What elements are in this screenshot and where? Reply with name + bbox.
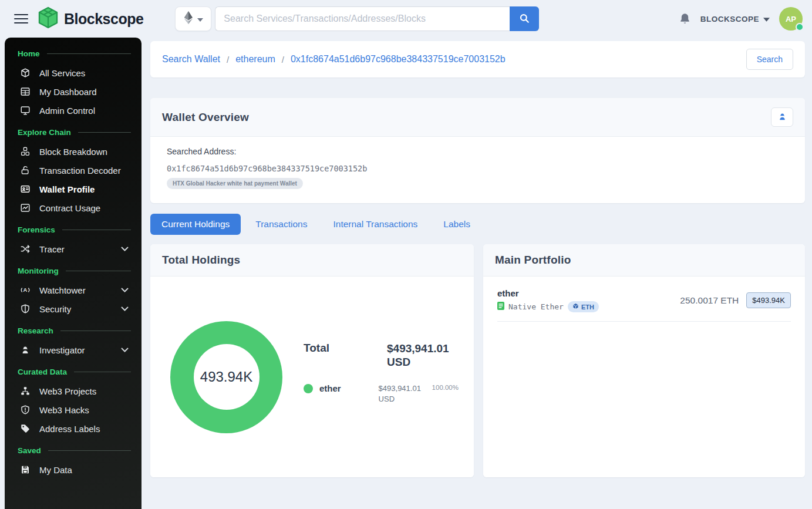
total-holdings-title: Total Holdings bbox=[162, 254, 240, 267]
sidebar-item-address-labels[interactable]: Address Labels bbox=[18, 419, 131, 438]
main-portfolio-header: Main Portfolio bbox=[483, 244, 805, 277]
chevron-down-icon bbox=[121, 306, 129, 311]
legend-color-dot bbox=[304, 384, 313, 393]
search-input[interactable] bbox=[215, 6, 510, 31]
sidebar-section-home: Home bbox=[18, 49, 131, 58]
monitor-icon bbox=[19, 105, 31, 116]
sidebar-item-investigator[interactable]: Investigator bbox=[18, 341, 131, 359]
tab-transactions[interactable]: Transactions bbox=[244, 214, 318, 235]
wallet-overview-body: Searched Address: 0x1fc8674a51d6b97c968b… bbox=[150, 137, 805, 203]
token-doc-icon bbox=[497, 302, 504, 312]
total-holdings-header: Total Holdings bbox=[150, 244, 474, 277]
sidebar-section-explore-chain: Explore Chain bbox=[18, 128, 131, 137]
account-label: BLOCKSCOPE bbox=[700, 15, 759, 23]
sidebar-item-label: Block Breakdown bbox=[39, 147, 107, 157]
sidebar-item-label: Admin Control bbox=[39, 106, 95, 116]
asset-usd-value-badge: $493.94K bbox=[746, 292, 791, 308]
breadcrumb-separator: / bbox=[227, 55, 229, 65]
investigate-button[interactable] bbox=[771, 107, 793, 127]
asset-type-label: Native Ether bbox=[508, 302, 564, 311]
user-avatar[interactable]: AP bbox=[779, 7, 803, 31]
sidebar-item-tracer[interactable]: Tracer bbox=[18, 240, 131, 258]
main-portfolio-title: Main Portfolio bbox=[495, 254, 571, 267]
legend-asset-name: ether bbox=[319, 383, 341, 393]
breadcrumb-search-wallet-link[interactable]: Search Wallet bbox=[162, 54, 220, 65]
search-icon bbox=[519, 13, 530, 25]
breadcrumb: Search Wallet / ethereum / 0x1fc8674a51d… bbox=[150, 41, 805, 77]
sidebar-item-admin-control[interactable]: Admin Control bbox=[18, 101, 131, 120]
searched-address-value: 0x1fc8674a51d6b97c968be384337519ce700315… bbox=[167, 164, 789, 173]
breadcrumb-chain-link[interactable]: ethereum bbox=[235, 54, 275, 65]
detective-icon bbox=[19, 345, 31, 355]
sidebar-item-wallet-profile[interactable]: Wallet Profile bbox=[18, 180, 131, 198]
chain-badge: ETH bbox=[568, 301, 599, 312]
tab-current-holdings[interactable]: Current Holdings bbox=[150, 214, 241, 235]
account-menu[interactable]: BLOCKSCOPE bbox=[700, 14, 770, 24]
wallet-overview-title: Wallet Overview bbox=[162, 111, 249, 124]
network-selector[interactable] bbox=[175, 6, 211, 31]
total-value: $493,941.01 USD bbox=[387, 342, 459, 370]
tag-icon bbox=[19, 423, 31, 434]
detective-icon bbox=[777, 112, 787, 123]
svg-text:A: A bbox=[23, 287, 28, 293]
sidebar-item-label: Web3 Projects bbox=[39, 386, 96, 396]
chain-badge-label: ETH bbox=[581, 304, 594, 311]
main-portfolio-card: Main Portfolio ether Native Ether bbox=[483, 244, 805, 477]
shield-icon bbox=[19, 304, 31, 314]
legend-total-row: Total $493,941.01 USD bbox=[304, 342, 459, 370]
caret-down-icon bbox=[197, 14, 203, 24]
unlock-icon bbox=[19, 165, 31, 176]
address-tag-badge: HTX Global Hacker white hat payment Wall… bbox=[167, 178, 303, 189]
sidebar-item-label: Transaction Decoder bbox=[39, 166, 121, 176]
save-icon bbox=[19, 464, 31, 475]
sidebar-item-security[interactable]: Security bbox=[18, 299, 131, 318]
sidebar-item-label: Wallet Profile bbox=[39, 184, 95, 194]
search-button[interactable] bbox=[510, 6, 539, 31]
chart-line-icon bbox=[19, 203, 31, 213]
brand-logo[interactable]: Blockscope bbox=[38, 6, 143, 32]
online-status-dot bbox=[796, 23, 804, 31]
id-card-icon bbox=[19, 184, 31, 194]
sidebar-item-label: My Data bbox=[39, 465, 72, 475]
sidebar-item-label: Tracer bbox=[39, 244, 65, 254]
sidebar-section-research: Research bbox=[18, 326, 131, 335]
dashboard-grid-icon bbox=[19, 86, 31, 97]
shield-alert-icon bbox=[19, 404, 31, 415]
asset-amount: 250.0017 ETH bbox=[680, 295, 739, 306]
sidebar-item-label: Investigator bbox=[39, 345, 85, 355]
bell-icon[interactable] bbox=[679, 12, 691, 25]
sidebar-item-transaction-decoder[interactable]: Transaction Decoder bbox=[18, 161, 131, 180]
main-portfolio-body: ether Native Ether ETH bbox=[483, 277, 805, 477]
total-holdings-body: 493.94K Total $493,941.01 USD ether bbox=[150, 277, 474, 477]
total-holdings-card: Total Holdings 493.94K Total $493,941.01… bbox=[150, 244, 474, 477]
sidebar-nav: Home All Services My Dashboard Admin Con… bbox=[5, 38, 141, 509]
breadcrumb-separator: / bbox=[282, 55, 284, 65]
tab-labels[interactable]: Labels bbox=[432, 214, 481, 235]
legend-ether-row: ether $493,941.01 USD 100.00% bbox=[304, 383, 459, 404]
asset-row-ether[interactable]: ether Native Ether ETH bbox=[497, 288, 791, 322]
sidebar-item-label: My Dashboard bbox=[39, 87, 97, 97]
tab-internal-transactions[interactable]: Internal Transactions bbox=[322, 214, 429, 235]
hamburger-menu-icon[interactable] bbox=[14, 11, 28, 26]
sidebar-item-label: Security bbox=[39, 304, 71, 314]
breadcrumb-address-link[interactable]: 0x1fc8674a51d6b97c968be384337519ce700315… bbox=[291, 54, 506, 65]
sidebar-item-watchtower[interactable]: A Watchtower bbox=[18, 281, 131, 299]
sidebar-item-label: Address Labels bbox=[39, 424, 100, 434]
sidebar-item-web3-projects[interactable]: Web3 Projects bbox=[18, 382, 131, 400]
eth-cube-icon bbox=[572, 303, 579, 311]
holdings-tabs: Current Holdings Transactions Internal T… bbox=[150, 214, 805, 235]
chevron-down-icon bbox=[121, 288, 129, 292]
sidebar-item-contract-usage[interactable]: Contract Usage bbox=[18, 198, 131, 217]
total-label: Total bbox=[304, 342, 329, 355]
sidebar-item-web3-hacks[interactable]: Web3 Hacks bbox=[18, 400, 131, 419]
sidebar-section-monitoring: Monitoring bbox=[18, 267, 131, 275]
global-search bbox=[215, 6, 539, 31]
sitemap-icon bbox=[19, 386, 31, 396]
holdings-donut-chart: 493.94K bbox=[170, 321, 282, 433]
sidebar-item-my-data[interactable]: My Data bbox=[18, 460, 131, 479]
sidebar-item-all-services[interactable]: All Services bbox=[18, 63, 131, 82]
shuffle-icon bbox=[19, 244, 31, 254]
breadcrumb-search-button[interactable]: Search bbox=[746, 49, 793, 70]
sidebar-item-my-dashboard[interactable]: My Dashboard bbox=[18, 82, 131, 101]
sidebar-item-block-breakdown[interactable]: Block Breakdown bbox=[18, 142, 131, 161]
